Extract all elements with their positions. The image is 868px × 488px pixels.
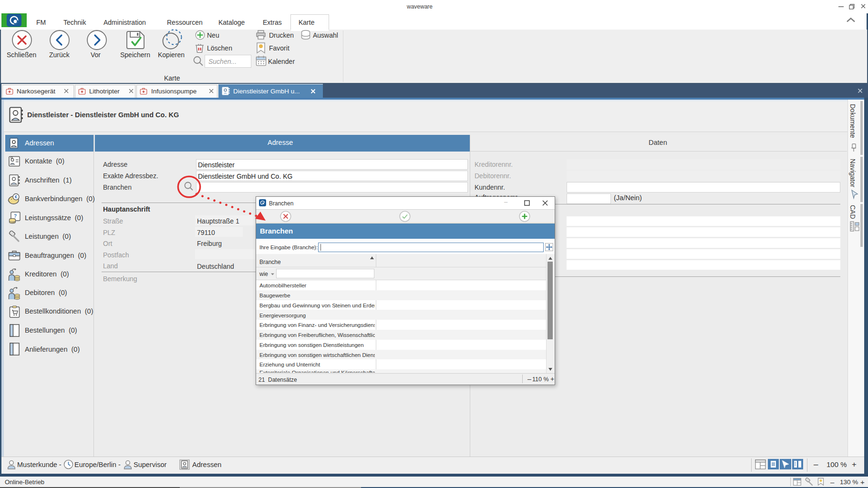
svg-text:€: € (15, 194, 17, 199)
svg-text:?: ? (14, 214, 17, 219)
